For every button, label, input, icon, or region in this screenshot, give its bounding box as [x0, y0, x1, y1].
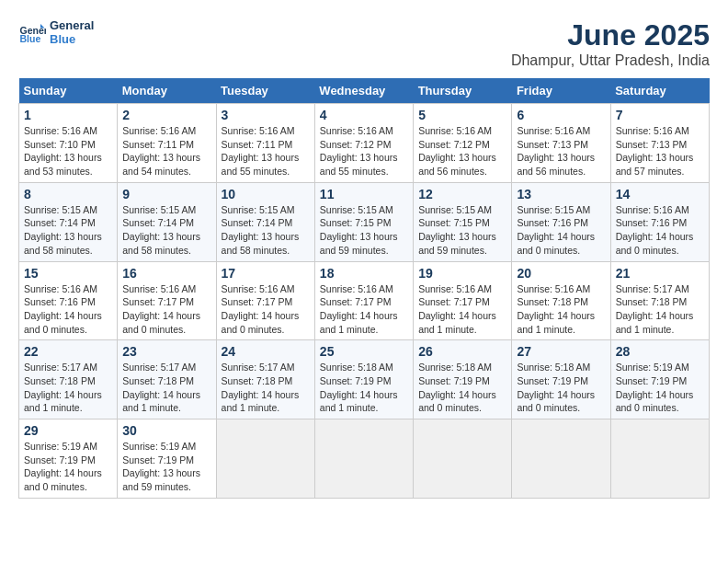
day-info: Sunrise: 5:16 AM Sunset: 7:16 PM Dayligh… [616, 203, 704, 258]
sunset-label: Sunset: 7:17 PM [418, 296, 490, 307]
sunrise-label: Sunrise: 5:16 AM [122, 125, 196, 136]
day-number: 19 [418, 266, 506, 281]
sunset-label: Sunset: 7:10 PM [24, 139, 96, 150]
logo-line1: General [50, 18, 94, 32]
daylight-label: Daylight: 13 hours and 55 minutes. [222, 152, 300, 177]
calendar-cell: 28 Sunrise: 5:19 AM Sunset: 7:19 PM Dayl… [610, 340, 709, 419]
sunset-label: Sunset: 7:16 PM [517, 217, 588, 228]
day-info: Sunrise: 5:16 AM Sunset: 7:11 PM Dayligh… [222, 124, 310, 178]
sunset-label: Sunset: 7:18 PM [24, 375, 96, 386]
day-info: Sunrise: 5:15 AM Sunset: 7:14 PM Dayligh… [24, 203, 112, 258]
sunrise-label: Sunrise: 5:16 AM [222, 125, 295, 136]
sunset-label: Sunset: 7:17 PM [222, 296, 293, 307]
calendar-cell: 23 Sunrise: 5:17 AM Sunset: 7:18 PM Dayl… [118, 340, 216, 419]
sunset-label: Sunset: 7:13 PM [517, 139, 588, 150]
calendar-cell: 8 Sunrise: 5:15 AM Sunset: 7:14 PM Dayli… [19, 182, 118, 261]
sunset-label: Sunset: 7:17 PM [320, 296, 392, 307]
day-info: Sunrise: 5:16 AM Sunset: 7:17 PM Dayligh… [122, 282, 210, 337]
calendar-cell: 20 Sunrise: 5:16 AM Sunset: 7:18 PM Dayl… [512, 261, 610, 340]
day-info: Sunrise: 5:18 AM Sunset: 7:19 PM Dayligh… [320, 361, 408, 415]
calendar-week-row: 15 Sunrise: 5:16 AM Sunset: 7:16 PM Dayl… [19, 261, 710, 340]
day-number: 5 [418, 108, 506, 122]
sunset-label: Sunset: 7:16 PM [616, 217, 688, 228]
sunrise-label: Sunrise: 5:16 AM [418, 125, 492, 136]
sunset-label: Sunset: 7:18 PM [122, 375, 194, 386]
daylight-label: Daylight: 13 hours and 59 minutes. [320, 231, 398, 256]
day-number: 3 [222, 108, 310, 122]
sunrise-label: Sunrise: 5:15 AM [418, 204, 492, 215]
day-info: Sunrise: 5:18 AM Sunset: 7:19 PM Dayligh… [517, 361, 605, 415]
weekday-header-row: Sunday Monday Tuesday Wednesday Thursday… [19, 78, 710, 104]
daylight-label: Daylight: 14 hours and 0 minutes. [517, 389, 595, 414]
day-info: Sunrise: 5:15 AM Sunset: 7:16 PM Dayligh… [517, 203, 605, 258]
calendar-cell: 12 Sunrise: 5:15 AM Sunset: 7:15 PM Dayl… [414, 182, 512, 261]
daylight-label: Daylight: 14 hours and 1 minute. [320, 310, 398, 335]
day-info: Sunrise: 5:16 AM Sunset: 7:17 PM Dayligh… [418, 282, 506, 337]
daylight-label: Daylight: 14 hours and 0 minutes. [418, 389, 496, 414]
calendar-cell: 18 Sunrise: 5:16 AM Sunset: 7:17 PM Dayl… [314, 261, 413, 340]
day-number: 17 [222, 266, 310, 281]
calendar-week-row: 8 Sunrise: 5:15 AM Sunset: 7:14 PM Dayli… [19, 182, 710, 261]
day-number: 27 [517, 344, 605, 359]
day-info: Sunrise: 5:16 AM Sunset: 7:10 PM Dayligh… [24, 124, 112, 178]
calendar-cell: 25 Sunrise: 5:18 AM Sunset: 7:19 PM Dayl… [314, 340, 413, 419]
day-info: Sunrise: 5:16 AM Sunset: 7:13 PM Dayligh… [517, 124, 605, 178]
day-info: Sunrise: 5:17 AM Sunset: 7:18 PM Dayligh… [24, 361, 112, 415]
sunrise-label: Sunrise: 5:15 AM [24, 204, 97, 215]
day-number: 15 [24, 266, 112, 281]
day-info: Sunrise: 5:15 AM Sunset: 7:14 PM Dayligh… [122, 203, 210, 258]
calendar-cell: 1 Sunrise: 5:16 AM Sunset: 7:10 PM Dayli… [19, 104, 118, 183]
daylight-label: Daylight: 13 hours and 58 minutes. [222, 231, 300, 256]
daylight-label: Daylight: 14 hours and 1 minute. [122, 389, 200, 414]
calendar-cell: 3 Sunrise: 5:16 AM Sunset: 7:11 PM Dayli… [216, 104, 314, 183]
day-number: 22 [24, 344, 112, 359]
day-info: Sunrise: 5:19 AM Sunset: 7:19 PM Dayligh… [24, 440, 112, 494]
header-wednesday: Wednesday [314, 78, 413, 104]
page-header: General Blue General Blue June 2025 Dham… [18, 18, 710, 69]
daylight-label: Daylight: 13 hours and 58 minutes. [122, 231, 200, 256]
calendar-cell: 17 Sunrise: 5:16 AM Sunset: 7:17 PM Dayl… [216, 261, 314, 340]
logo-icon: General Blue [18, 18, 46, 46]
calendar-cell: 14 Sunrise: 5:16 AM Sunset: 7:16 PM Dayl… [610, 182, 709, 261]
daylight-label: Daylight: 13 hours and 55 minutes. [320, 152, 398, 177]
calendar-cell: 29 Sunrise: 5:19 AM Sunset: 7:19 PM Dayl… [19, 419, 118, 499]
daylight-label: Daylight: 14 hours and 0 minutes. [222, 310, 300, 335]
day-number: 2 [122, 108, 210, 122]
day-number: 18 [320, 266, 408, 281]
day-number: 8 [24, 187, 112, 201]
sunrise-label: Sunrise: 5:16 AM [122, 283, 196, 294]
daylight-label: Daylight: 13 hours and 57 minutes. [616, 152, 694, 177]
sunrise-label: Sunrise: 5:17 AM [222, 362, 295, 373]
day-number: 12 [418, 187, 506, 201]
calendar-week-row: 1 Sunrise: 5:16 AM Sunset: 7:10 PM Dayli… [19, 104, 710, 183]
sunset-label: Sunset: 7:12 PM [320, 139, 392, 150]
sunset-label: Sunset: 7:19 PM [24, 454, 96, 465]
sunrise-label: Sunrise: 5:16 AM [517, 125, 590, 136]
day-info: Sunrise: 5:15 AM Sunset: 7:15 PM Dayligh… [418, 203, 506, 258]
calendar-week-row: 22 Sunrise: 5:17 AM Sunset: 7:18 PM Dayl… [19, 340, 710, 419]
day-number: 23 [122, 344, 210, 359]
calendar-week-row: 29 Sunrise: 5:19 AM Sunset: 7:19 PM Dayl… [19, 419, 710, 499]
day-number: 6 [517, 108, 605, 122]
daylight-label: Daylight: 13 hours and 53 minutes. [24, 152, 102, 177]
day-number: 24 [222, 344, 310, 359]
day-info: Sunrise: 5:16 AM Sunset: 7:12 PM Dayligh… [418, 124, 506, 178]
sunrise-label: Sunrise: 5:19 AM [24, 441, 97, 452]
sunset-label: Sunset: 7:12 PM [418, 139, 490, 150]
sunrise-label: Sunrise: 5:17 AM [122, 362, 196, 373]
calendar-cell: 15 Sunrise: 5:16 AM Sunset: 7:16 PM Dayl… [19, 261, 118, 340]
daylight-label: Daylight: 14 hours and 1 minute. [517, 310, 595, 335]
calendar-cell: 26 Sunrise: 5:18 AM Sunset: 7:19 PM Dayl… [414, 340, 512, 419]
day-number: 26 [418, 344, 506, 359]
day-info: Sunrise: 5:17 AM Sunset: 7:18 PM Dayligh… [616, 282, 704, 337]
sunset-label: Sunset: 7:14 PM [122, 217, 194, 228]
day-number: 11 [320, 187, 408, 201]
day-number: 25 [320, 344, 408, 359]
header-tuesday: Tuesday [216, 78, 314, 104]
daylight-label: Daylight: 13 hours and 54 minutes. [122, 152, 200, 177]
sunrise-label: Sunrise: 5:16 AM [24, 283, 97, 294]
calendar-cell: 5 Sunrise: 5:16 AM Sunset: 7:12 PM Dayli… [414, 104, 512, 183]
calendar-table: Sunday Monday Tuesday Wednesday Thursday… [18, 78, 710, 499]
sunset-label: Sunset: 7:18 PM [517, 296, 588, 307]
header-saturday: Saturday [610, 78, 709, 104]
